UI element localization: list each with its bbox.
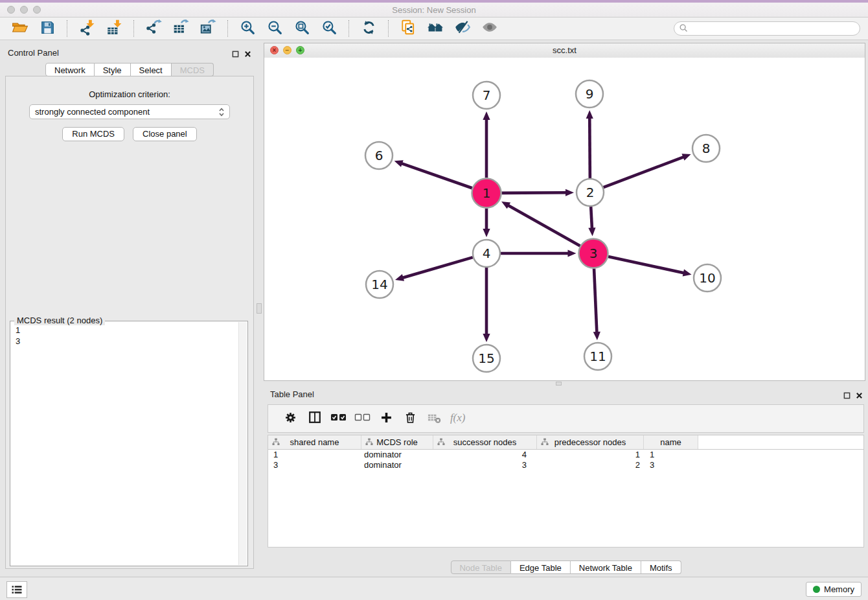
zoom-fit-button[interactable]: [291, 19, 313, 38]
hide-graphics-button[interactable]: [451, 19, 474, 38]
column-settings-button[interactable]: [279, 407, 303, 430]
copy-network-icon: [400, 19, 417, 38]
vertical-splitter-handle[interactable]: [257, 303, 262, 314]
hierarchy-sort-icon: [541, 438, 549, 448]
optimization-criterion-select[interactable]: strongly connected component: [29, 104, 230, 119]
toolbar-separator: [67, 20, 67, 37]
open-session-button[interactable]: [9, 19, 31, 38]
mcds-panel: Optimization criterion: strongly connect…: [5, 76, 254, 569]
fx-icon: f(x): [449, 410, 468, 428]
control-panel: Control Panel NetworkStyleSelectMCDS Opt…: [0, 44, 259, 577]
function-builder-button: f(x): [446, 407, 470, 430]
column-header-predecessor-nodes[interactable]: predecessor nodes: [537, 435, 644, 449]
network-graph[interactable]: 7968124314101511: [264, 58, 865, 380]
close-table-panel-icon[interactable]: [856, 390, 863, 402]
column-header-filler: [698, 435, 863, 449]
column-header-label: predecessor nodes: [554, 437, 626, 447]
export-table-button[interactable]: [170, 19, 192, 38]
graph-edge-arrowhead: [588, 227, 595, 236]
tab-network[interactable]: Network: [45, 63, 95, 76]
float-table-panel-icon[interactable]: [843, 390, 851, 402]
graph-edge-1-6[interactable]: [401, 163, 472, 188]
table-row[interactable]: 1dominator411: [268, 450, 863, 460]
control-panel-tabstrip: NetworkStyleSelectMCDS: [45, 63, 214, 76]
trash-icon: [404, 411, 417, 427]
table-cell: 1: [644, 450, 698, 460]
tab-style[interactable]: Style: [95, 63, 131, 76]
export-network-button[interactable]: [143, 19, 165, 38]
graph-node-label: 10: [699, 270, 715, 286]
table-panel: Table Panel f(x) shared nameMCDS rolesuc…: [264, 386, 868, 577]
delete-column-button[interactable]: [398, 407, 422, 430]
save-session-button[interactable]: [36, 19, 58, 38]
memory-label: Memory: [824, 584, 854, 594]
hierarchy-sort-icon: [437, 438, 445, 448]
export-table-icon: [172, 19, 189, 38]
tab-select[interactable]: Select: [131, 63, 172, 76]
result-scrollbar[interactable]: [238, 322, 247, 565]
graph-edge-3-1[interactable]: [508, 205, 580, 246]
deselect-all-rows-button[interactable]: [350, 407, 374, 430]
table-toolbar: f(x): [268, 404, 864, 433]
zoom-out-button[interactable]: [264, 19, 286, 38]
graph-edge-arrowhead: [683, 270, 692, 277]
graph-node-label: 1: [483, 185, 491, 201]
graph-edge-2-3[interactable]: [591, 207, 592, 229]
graph-edge-arrowhead: [394, 160, 404, 167]
save-icon: [40, 19, 56, 38]
column-header-MCDS-role[interactable]: MCDS role: [361, 435, 433, 449]
graph-edge-4-14[interactable]: [402, 257, 473, 278]
close-panel-button[interactable]: Close panel: [133, 127, 197, 141]
select-all-rows-button[interactable]: [326, 407, 350, 430]
duplicate-network-button[interactable]: [397, 19, 419, 38]
delete-table-icon: [427, 410, 442, 428]
graph-edge-arrowhead: [568, 249, 577, 257]
tab-network-table[interactable]: Network Table: [571, 560, 641, 574]
table-cell: 1: [268, 450, 361, 460]
table-cell: 3: [644, 460, 698, 470]
zoom-selected-icon: [321, 19, 337, 38]
zoom-selected-button[interactable]: [318, 19, 340, 38]
import-table-button[interactable]: [103, 19, 125, 38]
optimization-criterion-label: Optimization criterion:: [6, 89, 253, 99]
table-cell: 4: [433, 450, 537, 460]
column-header-successor-nodes[interactable]: successor nodes: [433, 435, 537, 449]
tab-motifs[interactable]: Motifs: [641, 560, 681, 574]
run-mcds-button[interactable]: Run MCDS: [62, 127, 124, 141]
zoom-in-icon: [240, 19, 256, 38]
graph-edge-2-8[interactable]: [604, 157, 685, 187]
float-panel-icon[interactable]: [232, 49, 239, 60]
network-window-titlebar[interactable]: × − + scc.txt: [264, 43, 865, 58]
tab-node-table[interactable]: Node Table: [450, 560, 511, 574]
graph-edge-2-9[interactable]: [589, 117, 590, 178]
column-header-name[interactable]: name: [644, 435, 698, 449]
import-network-button[interactable]: [76, 19, 98, 38]
split-panel-button[interactable]: [303, 407, 326, 430]
show-graphics-button[interactable]: [479, 19, 501, 38]
zoom-in-button[interactable]: [236, 19, 258, 38]
network-overview-button[interactable]: [424, 19, 446, 38]
graph-edge-3-11[interactable]: [594, 268, 597, 333]
add-column-button[interactable]: [374, 407, 398, 430]
network-canvas[interactable]: 7968124314101511: [264, 58, 865, 380]
table-row[interactable]: 3dominator323: [268, 460, 863, 470]
tab-edge-table[interactable]: Edge Table: [511, 560, 571, 574]
search-input[interactable]: [674, 21, 860, 36]
graph-edge-3-10[interactable]: [608, 257, 685, 273]
table-cell: 2: [537, 460, 644, 470]
task-history-button[interactable]: [6, 581, 27, 598]
table-header-row: shared nameMCDS rolesuccessor nodesprede…: [268, 435, 863, 450]
mcds-result-list[interactable]: 1 3: [12, 323, 238, 564]
tab-mcds[interactable]: MCDS: [172, 63, 214, 76]
memory-button[interactable]: Memory: [806, 582, 862, 597]
refresh-view-button[interactable]: [358, 19, 380, 38]
zoom-fit-icon: [294, 19, 310, 38]
network-view-window: × − + scc.txt 7968124314101511: [264, 43, 865, 381]
export-image-button[interactable]: [197, 19, 219, 38]
close-panel-icon[interactable]: [244, 49, 251, 60]
graph-edge-1-2[interactable]: [501, 192, 567, 193]
column-header-shared-name[interactable]: shared name: [268, 435, 361, 449]
table-cell: dominator: [361, 460, 433, 470]
graph-node-label: 8: [702, 141, 711, 156]
hierarchy-sort-icon: [365, 438, 373, 448]
